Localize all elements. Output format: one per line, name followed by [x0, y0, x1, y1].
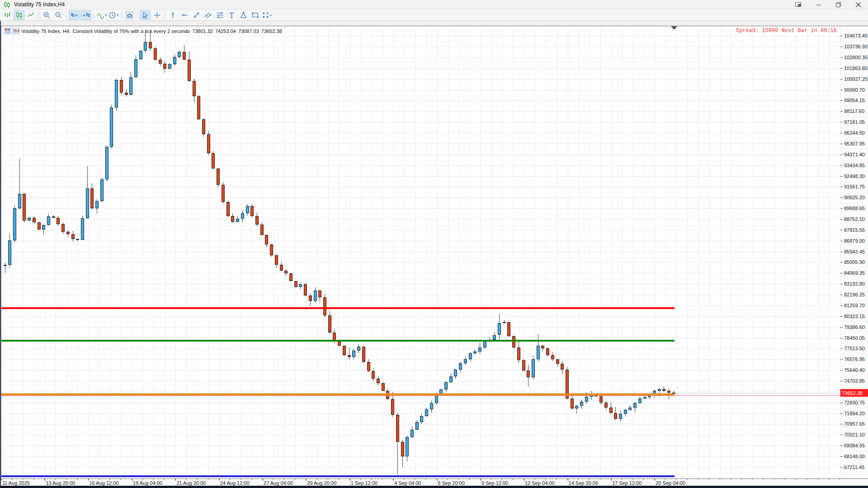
price-axis-tick: [840, 446, 843, 446]
vertical-line-button[interactable]: [167, 10, 178, 20]
price-axis-tick: [840, 219, 843, 220]
candle: [81, 218, 84, 240]
price-axis-label: 100927.25: [844, 76, 868, 82]
fibonacci-button[interactable]: [214, 10, 225, 20]
auto-scroll-button[interactable]: [69, 10, 80, 20]
indicators-button[interactable]: ▾: [96, 10, 107, 20]
price-axis-label: 68148.00: [844, 454, 865, 459]
bar-chart-button[interactable]: [2, 10, 13, 20]
time-axis-minor-tick: [230, 479, 230, 480]
gridline-v: [753, 26, 753, 479]
info-high: 74253.04: [215, 28, 236, 34]
chart-shift-marker[interactable]: [671, 26, 677, 30]
candle: [314, 291, 317, 301]
screenshot-button[interactable]: [124, 10, 135, 20]
price-axis-label: 67211.45: [844, 465, 864, 470]
thin-red-price-line: [1, 395, 840, 396]
periods-button[interactable]: ▾: [108, 10, 119, 20]
info-description: Constant Volatility of 75% with a tick e…: [73, 28, 190, 34]
gridline-v: [110, 26, 111, 479]
candle: [260, 225, 264, 235]
price-axis-tick: [840, 36, 843, 36]
price-axis-label: 101863.80: [844, 66, 868, 71]
candle: [280, 265, 283, 271]
dock-window-button[interactable]: [788, 0, 808, 9]
candle: [580, 402, 583, 406]
time-axis-minor-tick: [44, 479, 45, 480]
candle: [57, 218, 60, 224]
hline-red[interactable]: [1, 307, 675, 309]
line-chart-button[interactable]: [25, 10, 36, 20]
candle: [328, 315, 331, 333]
crosshair-button[interactable]: [151, 10, 162, 20]
hline-blue[interactable]: [1, 475, 675, 477]
gridline-h: [1, 79, 840, 80]
candle: [357, 347, 360, 351]
candle: [173, 57, 176, 64]
time-axis-minor-tick: [513, 479, 513, 480]
candle: [459, 363, 462, 370]
price-axis-tick: [840, 47, 843, 47]
candle-chart-button[interactable]: [14, 10, 24, 20]
price-axis-label: 85005.90: [844, 259, 865, 265]
price-axis-tick: [840, 100, 843, 101]
time-axis-minor-tick: [502, 479, 502, 480]
gridline-v: [698, 26, 699, 479]
candle: [100, 179, 104, 201]
time-axis-minor-tick: [840, 479, 840, 480]
time-axis-label: 16 Aug 12:00: [90, 480, 119, 486]
gridline-h: [1, 467, 840, 468]
time-axis-tick: [524, 479, 524, 481]
horizontal-line-button[interactable]: [179, 10, 190, 20]
mini-chart-icon[interactable]: [13, 28, 19, 34]
time-axis-minor-tick: [763, 479, 764, 480]
hline-green[interactable]: [1, 340, 675, 342]
price-axis-tick: [840, 155, 843, 155]
candle: [473, 352, 476, 353]
gridline-v: [361, 26, 361, 479]
gridline-v: [45, 26, 45, 479]
time-axis-minor-tick: [12, 479, 12, 480]
gridline-h: [1, 36, 840, 36]
zoom-out-button[interactable]: [53, 10, 64, 20]
gridline-v: [274, 26, 274, 479]
restore-button[interactable]: [828, 0, 848, 9]
zoom-in-button[interactable]: [41, 10, 52, 20]
candle: [178, 52, 181, 57]
window-titlebar: Volatility 75 Index,H4: [0, 0, 868, 9]
candle: [454, 370, 457, 376]
trade-panel-icon[interactable]: [4, 28, 11, 34]
candle: [13, 208, 16, 241]
candle: [125, 93, 128, 95]
time-axis-minor-tick: [88, 479, 89, 480]
gridline-v: [524, 26, 524, 479]
price-axis[interactable]: 104673.45103736.90102800.35101863.801009…: [840, 26, 868, 479]
candle: [86, 188, 89, 218]
text-button[interactable]: [226, 10, 237, 20]
channel-button[interactable]: [203, 10, 213, 20]
gridline-h: [1, 305, 840, 306]
chart-shift-button[interactable]: [80, 10, 91, 20]
minimize-button[interactable]: [808, 0, 828, 9]
cursor-button[interactable]: [140, 10, 151, 20]
candle: [129, 77, 132, 95]
candle: [425, 409, 428, 416]
candle: [188, 60, 191, 80]
candle: [28, 218, 31, 220]
candle: [643, 397, 646, 399]
close-button[interactable]: [848, 0, 868, 9]
time-axis-minor-tick: [153, 479, 154, 480]
shapes-button[interactable]: [250, 10, 260, 20]
candle: [299, 284, 302, 286]
candle: [120, 80, 123, 93]
candle: [42, 225, 45, 230]
toolbar-separator: [66, 11, 66, 19]
time-axis-minor-tick: [1, 479, 1, 480]
candle: [168, 64, 171, 69]
candle: [493, 335, 496, 340]
arrows-button[interactable]: ▾: [261, 10, 272, 20]
trendline-button[interactable]: [191, 10, 202, 20]
gridline-v: [437, 26, 438, 479]
chart-plot[interactable]: Volatility 75 Index, H4: Constant Volati…: [1, 26, 840, 479]
label-button[interactable]: [238, 10, 249, 20]
